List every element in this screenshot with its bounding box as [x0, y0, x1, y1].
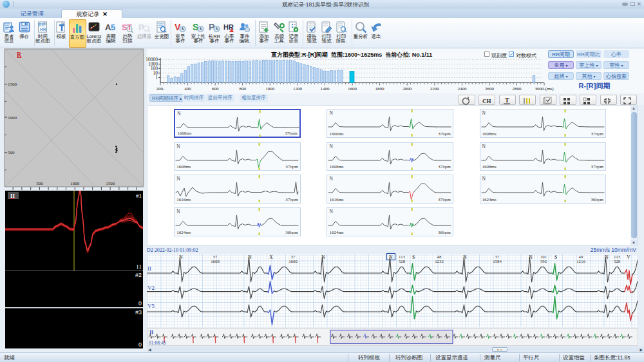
svg-text:2800: 2800 [513, 86, 522, 91]
svg-text:CH: CH [482, 98, 491, 104]
svg-text:V: V [627, 254, 630, 260]
svg-text:S: S [193, 22, 198, 32]
svg-text:X: X [269, 254, 273, 260]
svg-text:!: ! [231, 29, 231, 33]
svg-text:2000: 2000 [402, 86, 412, 91]
svg-text:25mm/s 10mm/mV: 25mm/s 10mm/mV [591, 247, 637, 253]
svg-text:37: 37 [213, 254, 218, 259]
svg-text:1216: 1216 [576, 259, 585, 263]
svg-text:#1: #1 [136, 193, 142, 199]
svg-text:200-: 200- [156, 86, 166, 91]
svg-text:592: 592 [540, 259, 547, 263]
svg-text:01:08:45: 01:08:45 [149, 340, 166, 346]
svg-text:101: 101 [540, 254, 547, 259]
svg-text:1000: 1000 [70, 181, 80, 186]
svg-text:II: II [147, 265, 151, 272]
svg-text:1000: 1000 [265, 86, 275, 91]
svg-text:HR: HR [40, 27, 46, 32]
svg-text:RR: RR [39, 23, 45, 27]
svg-text:S: S [554, 254, 557, 260]
svg-text:II: II [149, 330, 153, 336]
svg-text:R: R [17, 51, 22, 58]
svg-text:1800: 1800 [375, 86, 385, 91]
svg-text:1232: 1232 [435, 259, 444, 263]
svg-text:3000-(ms): 3000-(ms) [535, 86, 554, 91]
svg-text:37: 37 [291, 254, 296, 259]
svg-text:P: P [138, 23, 144, 32]
svg-text:5: 5 [111, 23, 115, 32]
svg-text:P: P [209, 22, 214, 32]
svg-text:1600: 1600 [348, 86, 357, 91]
svg-text:37: 37 [495, 254, 500, 259]
svg-text:S: S [412, 254, 415, 260]
svg-text:1200: 1200 [293, 86, 303, 91]
svg-text:1600: 1600 [289, 259, 298, 263]
svg-text:D2 2022-02-10 01:09:02: D2 2022-02-10 01:09:02 [147, 247, 198, 253]
svg-text:1608: 1608 [211, 259, 220, 263]
svg-text:600: 600 [212, 86, 219, 91]
svg-text:800: 800 [239, 86, 246, 91]
svg-text:500: 500 [36, 181, 43, 186]
svg-text:2600: 2600 [485, 86, 495, 91]
svg-text:1500: 1500 [106, 181, 115, 186]
svg-text:528: 528 [399, 259, 406, 263]
svg-text:1500: 1500 [8, 82, 17, 87]
svg-text:500: 500 [8, 150, 15, 155]
svg-text:113: 113 [399, 254, 406, 259]
svg-text:11: 11 [136, 263, 142, 270]
svg-text:48: 48 [437, 254, 442, 259]
svg-text:II: II [10, 193, 15, 199]
svg-text:1584: 1584 [493, 259, 502, 263]
svg-text:1000: 1000 [8, 115, 17, 120]
svg-text:2200: 2200 [430, 86, 440, 91]
svg-text:1: 1 [155, 75, 158, 81]
svg-text:49: 49 [579, 254, 583, 259]
svg-text:528: 528 [614, 259, 621, 263]
svg-text:V5: V5 [147, 303, 155, 309]
svg-text:2400: 2400 [457, 86, 467, 91]
svg-text:400: 400 [184, 86, 191, 91]
svg-text:1400: 1400 [321, 86, 330, 91]
svg-text:T: T [505, 97, 509, 104]
svg-text:V2: V2 [147, 285, 155, 291]
svg-text:113: 113 [614, 254, 621, 259]
